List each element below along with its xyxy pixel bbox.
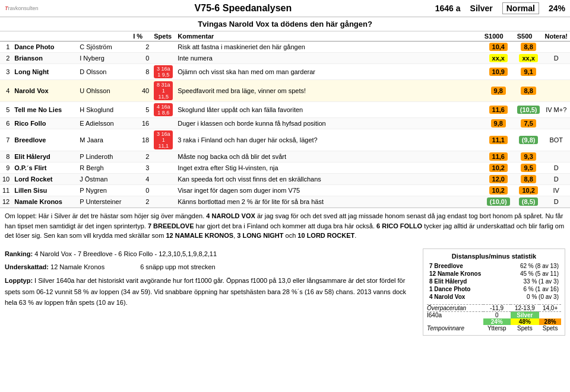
row-horse: Brianson [12,53,77,64]
row-spets [151,162,175,174]
row-jockey: I Nyberg [77,53,131,64]
row-num: 5 [0,102,12,118]
row-s1000: 9,8 [482,118,515,129]
row-spets [151,196,175,208]
row-spets [151,185,175,196]
row-s500: 9,5 [515,162,543,174]
final-table: Överpacerutan -11,9 12-13,9 14,0+ I640a … [427,304,561,332]
col-header-horse [12,31,77,42]
row-notera [542,118,570,129]
row-spets [151,118,175,129]
row-spets: 3 16a 1 11,1 [151,129,175,151]
row-s1000: 12,0 [482,174,515,185]
row-ipct: 2 [131,42,151,53]
row-num: 10 [0,174,12,185]
row-notera [542,64,570,80]
row-spets [151,42,175,53]
row-notera: D [542,174,570,185]
row-spets [151,174,175,185]
row-horse: Long Night [12,64,77,80]
col-header-spets: Spets [151,31,175,42]
final-cell: -11,9 [483,304,511,311]
row-horse: Narold Vox [12,80,77,102]
final-cell: 48% [511,318,540,325]
bottom-left: Ranking: 4 Narold Vox - 7 Breedlove - 6 … [5,248,416,336]
ranking-label: Ranking: [5,250,33,257]
stat-value: 0 % (0 av 3) [503,293,561,301]
row-ipct: 0 [131,53,151,64]
col-header-ipct: I % [131,31,151,42]
row-notera: D [542,196,570,208]
row-spets [151,53,175,64]
row-s500: 9,3 [515,151,543,162]
snapp-label: 6 snäpp upp mot strecken [140,262,216,273]
final-cell: 24% [483,318,511,325]
row-s500: (9,8) [515,129,543,151]
stat-row: 1 Dance Photo 6 % (1 av 16) [427,285,561,293]
stat-name: 12 Namale Kronos [427,270,503,278]
row-jockey: M Jaara [77,129,131,151]
col-header-s500: S500 [515,31,543,42]
col-header-num [0,31,12,42]
final-cell: I640a [427,311,483,318]
header-title: V75-6 Speedanalysen [51,3,435,14]
row-s1000: 9,8 [482,80,515,102]
row-horse: Lillen Sisu [12,185,77,196]
row-s500: 8,8 [515,80,543,102]
final-cell: Överpacerutan [427,304,483,311]
row-jockey: P Nygren [77,185,131,196]
row-s500: 8,8 [515,42,543,53]
row-s1000: (10,0) [482,196,515,208]
table-row: 10 Lord Rocket J Östman 4 Kan speeda for… [0,174,570,185]
row-comment: Duger i klassen och borde kunna få hyfsa… [175,118,482,129]
col-header-jockey [77,31,131,42]
row-jockey: J Östman [77,174,131,185]
row-horse: Elit Håleryd [12,151,77,162]
final-cell [539,311,561,318]
stat-name: 4 Narold Vox [427,293,503,301]
row-s1000: 10,9 [482,64,515,80]
final-cell: Yttersp [483,325,511,332]
row-horse: Rico Follo [12,118,77,129]
row-horse: Tell me No Lies [12,102,77,118]
row-ipct: 40 [131,80,151,102]
final-header-row: Överpacerutan -11,9 12-13,9 14,0+ [427,304,561,311]
row-num: 4 [0,80,12,102]
row-s1000: 11,6 [482,151,515,162]
final-race-row: I640a 0 Silver [427,311,561,318]
row-comment: Inget extra efter Stig H-vinsten, nja [175,162,482,174]
row-spets: 4 16a 1 8,6 [151,102,175,118]
lopptyp-label: Lopptyp: [5,277,33,284]
stat-name: 7 Breedlove [427,262,503,270]
row-comment: Känns bortlottad men 2 % är för lite för… [175,196,482,208]
row-ipct: 2 [131,196,151,208]
row-s1000: 10,2 [482,185,515,196]
row-num: 11 [0,185,12,196]
row-comment: Kan speeda fort och visst finns det en s… [175,174,482,185]
row-s1000: 11,6 [482,102,515,118]
row-s500: 8,8 [515,174,543,185]
row-jockey: R Bergh [77,162,131,174]
row-ipct: 4 [131,174,151,185]
table-row: 1 Dance Photo C Sjöström 2 Risk att fast… [0,42,570,53]
row-notera [542,80,570,102]
row-s500: 7,5 [515,118,543,129]
row-ipct: 18 [131,129,151,151]
row-num: 9 [0,162,12,174]
row-notera: BOT [542,129,570,151]
row-comment: 3 raka i Finland och han duger här också… [175,129,482,151]
header-top: Travkonsulten V75-6 Speedanalysen 1646 a… [0,0,570,17]
row-notera: D [542,162,570,174]
stat-row: 4 Narold Vox 0 % (0 av 3) [427,293,561,301]
stat-value: 33 % (1 av 3) [503,278,561,285]
final-cell: Silver [511,311,540,318]
stats-title: Distansplus/minus statistik [427,253,561,260]
row-jockey: P Linderoth [77,151,131,162]
stat-name: 1 Dance Photo [427,285,503,293]
table-row: 9 O.P.´s Flirt R Bergh 3 Inget extra eft… [0,162,570,174]
row-notera: IV [542,185,570,196]
final-cell: 28% [539,318,561,325]
row-jockey: H Skoglund [77,102,131,118]
logo: Travkonsulten [5,5,46,11]
stat-value: 45 % (5 av 11) [503,270,561,278]
